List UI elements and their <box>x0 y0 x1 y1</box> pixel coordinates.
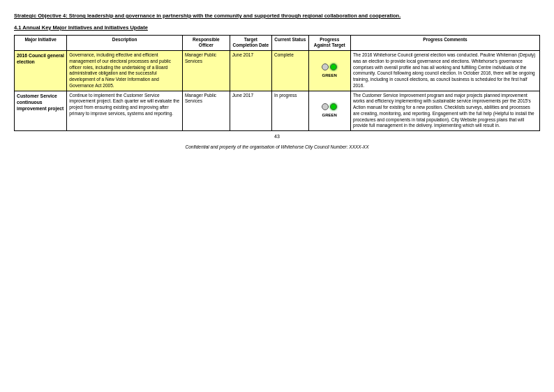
header-progress: Progress Against Target <box>308 35 350 51</box>
comments-2: The Customer Service Improvement program… <box>350 91 539 131</box>
green-light-1 <box>330 63 337 70</box>
progress-indicator-1: GREEN <box>308 51 350 91</box>
target-date-2: June 2017 <box>230 91 271 131</box>
red-light-1 <box>322 63 329 70</box>
status-label-2: GREEN <box>311 112 348 118</box>
initiative-name-2: Customer Service continuous improvement … <box>15 91 67 131</box>
header-target-date: Target Completion Date <box>230 35 271 51</box>
green-light-2 <box>330 103 337 110</box>
responsible-2: Manager Public Services <box>182 91 230 131</box>
comments-1: The 2016 Whitehorse Council general elec… <box>350 51 539 91</box>
initiatives-table: Major Initiative Description Responsible… <box>14 35 540 132</box>
target-date-1: June 2017 <box>230 51 271 91</box>
section-heading: 4.1 Annual Key Major Initiatives and Ini… <box>14 24 540 31</box>
header-comments: Progress Comments <box>350 35 539 51</box>
description-1: Governance, including effective and effi… <box>67 51 183 91</box>
header-description: Description <box>67 35 183 51</box>
header-responsible: Responsible Officer <box>182 35 230 51</box>
red-light-2 <box>322 103 329 110</box>
traffic-light-1 <box>322 63 337 70</box>
header-status: Current Status <box>271 35 308 51</box>
page-title: Strategic Objective 4: Strong leadership… <box>14 13 540 20</box>
responsible-1: Manager Public Services <box>182 51 230 91</box>
table-row: Customer Service continuous improvement … <box>15 91 540 131</box>
header-initiative: Major Initiative <box>15 35 67 51</box>
initiative-name-1: 2016 Council general election <box>15 51 67 91</box>
footer-text: Confidential and property of the organis… <box>14 144 540 149</box>
traffic-light-2 <box>322 103 337 110</box>
table-row: 2016 Council general election Governance… <box>15 51 540 91</box>
current-status-2: In progress <box>271 91 308 131</box>
status-label-1: GREEN <box>311 73 348 78</box>
description-2: Continue to implement the Customer Servi… <box>67 91 183 131</box>
current-status-1: Complete <box>271 51 308 91</box>
progress-indicator-2: GREEN <box>308 91 350 131</box>
page-number: 43 <box>14 134 540 139</box>
